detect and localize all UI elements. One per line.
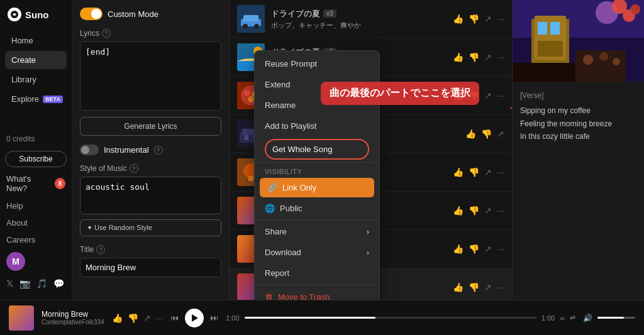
menu-item-extend[interactable]: Extend	[255, 74, 379, 95]
menu-item-link-only[interactable]: 🔗 Link Only	[260, 178, 374, 197]
timeline-bar[interactable]	[245, 317, 536, 319]
dislike-icon[interactable]: 👎	[469, 14, 479, 24]
instrumental-help-icon[interactable]: ?	[154, 146, 163, 155]
svg-point-34	[583, 55, 593, 65]
more-icon[interactable]: ···	[497, 282, 504, 292]
menu-item-download[interactable]: Download ›	[255, 242, 379, 263]
like-icon[interactable]: 👍	[453, 282, 464, 292]
more-icon[interactable]: ···	[497, 206, 504, 216]
menu-item-public[interactable]: 🌐 Public	[255, 199, 379, 218]
svg-rect-21	[248, 176, 253, 181]
svg-rect-17	[245, 135, 248, 140]
more-icon[interactable]: ···	[497, 14, 504, 24]
player-timeline[interactable]: 1:00 1:00 ∞ ⇌	[226, 314, 575, 322]
menu-divider	[255, 219, 379, 220]
custom-mode-toggle[interactable]: Custom Mode	[80, 8, 221, 20]
share-icon[interactable]: ↗	[484, 167, 492, 177]
menu-divider	[255, 162, 379, 163]
menu-item-report[interactable]: Report	[255, 263, 379, 283]
sidebar-item-about[interactable]: About	[0, 214, 72, 231]
menu-item-reuse-prompt[interactable]: Reuse Prompt	[255, 53, 379, 74]
player-share-icon[interactable]: ↗	[143, 313, 151, 323]
sidebar-item-help[interactable]: Help	[0, 197, 72, 214]
share-icon[interactable]: ↗	[484, 282, 492, 292]
dislike-icon[interactable]: 👎	[469, 282, 479, 292]
sidebar-item-library[interactable]: Library	[5, 70, 67, 89]
like-icon[interactable]: 👍	[465, 129, 476, 139]
menu-item-get-whole-song[interactable]: Get Whole Song	[265, 139, 369, 160]
custom-mode-switch[interactable]	[80, 8, 103, 20]
generate-lyrics-button[interactable]: Generate Lyrics	[80, 117, 221, 136]
random-style-button[interactable]: ✦ Use Random Style	[80, 219, 221, 236]
like-icon[interactable]: 👍	[453, 14, 464, 24]
menu-item-move-to-trash[interactable]: 🗑 Move to Trash	[255, 287, 379, 300]
whats-new-item[interactable]: What's New? 8	[0, 170, 72, 197]
share-icon[interactable]: ↗	[484, 91, 492, 101]
chevron-right-icon: ›	[367, 248, 369, 257]
dislike-icon[interactable]: 👎	[469, 206, 479, 216]
like-icon[interactable]: 👍	[453, 91, 464, 101]
lyrics-section-label: Lyrics ?	[80, 29, 221, 38]
lyrics-help-icon[interactable]: ?	[102, 29, 111, 38]
style-section-label: Style of Music ?	[80, 164, 221, 173]
more-icon[interactable]: ···	[497, 91, 504, 101]
instrumental-switch[interactable]	[80, 145, 99, 155]
subscribe-button[interactable]: Subscribe	[5, 151, 67, 167]
table-row[interactable]: ドライブの夏 v3 ポップ、キャッチー、爽やか 👍 👎 ↗ ···	[230, 0, 512, 38]
discord-icon[interactable]: 💬	[53, 278, 64, 288]
sidebar-item-explore[interactable]: Explore BETA	[5, 90, 67, 108]
sidebar-item-create[interactable]: Create	[5, 51, 67, 69]
share-icon[interactable]: ↗	[484, 14, 492, 24]
like-icon[interactable]: 👍	[453, 167, 464, 177]
style-help-icon[interactable]: ?	[130, 164, 138, 173]
cafe-image	[513, 0, 644, 82]
player-like-icon[interactable]: 👍	[112, 313, 123, 323]
sidebar-item-careers[interactable]: Careers	[0, 231, 72, 248]
volume-bar[interactable]	[597, 317, 635, 319]
player-dislike-icon[interactable]: 👎	[128, 313, 138, 323]
svg-rect-3	[243, 15, 258, 21]
dislike-icon[interactable]: 👎	[481, 129, 492, 139]
shuffle-icon[interactable]: ⇌	[570, 314, 575, 322]
timeline-progress	[245, 317, 376, 319]
share-icon[interactable]: ↗	[484, 52, 492, 62]
custom-mode-label: Custom Mode	[108, 9, 158, 19]
title-input[interactable]	[80, 258, 221, 277]
svg-point-36	[613, 58, 620, 65]
version-badge: v3	[323, 9, 336, 18]
more-icon[interactable]: ···	[497, 52, 504, 62]
user-avatar[interactable]: M	[6, 252, 25, 271]
svg-point-35	[599, 52, 608, 61]
volume-icon[interactable]: 🔊	[583, 314, 592, 322]
sidebar-item-home[interactable]: Home	[5, 31, 67, 50]
style-input[interactable]: acoustic soul	[80, 177, 221, 214]
share-icon[interactable]: ↗	[497, 129, 504, 139]
share-icon[interactable]: ↗	[484, 244, 492, 254]
play-icon	[192, 314, 198, 322]
more-icon[interactable]: ···	[497, 244, 504, 254]
share-icon[interactable]: ↗	[484, 206, 492, 216]
lyrics-input[interactable]: [end]	[80, 41, 221, 111]
dislike-icon[interactable]: 👎	[469, 167, 479, 177]
menu-item-add-to-playlist[interactable]: Add to Playlist	[255, 116, 379, 136]
menu-item-share[interactable]: Share ›	[255, 221, 379, 242]
dislike-icon[interactable]: 👎	[469, 91, 479, 101]
play-button[interactable]	[185, 309, 204, 327]
menu-item-rename[interactable]: Rename	[255, 95, 379, 116]
skip-forward-icon[interactable]: ⏭	[210, 313, 218, 322]
dislike-icon[interactable]: 👎	[469, 244, 479, 254]
player-more-icon[interactable]: ···	[156, 313, 164, 323]
skip-back-icon[interactable]: ⏮	[170, 313, 179, 322]
song-actions: 👍 👎 ↗	[465, 129, 504, 139]
instagram-icon[interactable]: 📷	[19, 278, 30, 288]
loop-icon[interactable]: ∞	[560, 314, 565, 322]
dislike-icon[interactable]: 👎	[469, 52, 479, 62]
twitter-icon[interactable]: 𝕏	[6, 278, 13, 288]
like-icon[interactable]: 👍	[453, 206, 464, 216]
title-help-icon[interactable]: ?	[96, 245, 105, 254]
more-icon[interactable]: ···	[497, 167, 504, 177]
like-icon[interactable]: 👍	[453, 52, 464, 62]
song-actions: 👍 👎 ↗ ···	[453, 52, 504, 62]
like-icon[interactable]: 👍	[453, 244, 464, 254]
tiktok-icon[interactable]: 🎵	[36, 278, 47, 288]
